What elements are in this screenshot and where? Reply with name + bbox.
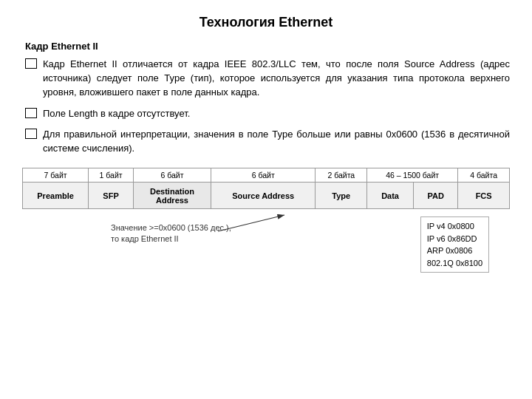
annotation-right-line3: ARP 0x0806 [427, 245, 482, 257]
bullet-icon-3 [25, 129, 37, 139]
section-heading: Кадр Ethernet II [22, 41, 510, 52]
col-header-sfp: 1 байт [89, 168, 134, 183]
bullet-icon-1 [25, 58, 37, 69]
cell-sfp: SFP [89, 183, 134, 209]
cell-source-address: Source Address [211, 183, 316, 209]
col-header-preamble: 7 байт [23, 168, 89, 183]
annotation-right-line4: 802.1Q 0x8100 [427, 257, 482, 270]
bullet-text-1: Кадр Ethernet II отличается от кадра IEE… [43, 58, 510, 100]
annotation-right-line2: IP v6 0x86DD [427, 233, 482, 245]
frame-table-container: 7 байт 1 байт 6 байт 6 байт 2 байта 46 –… [22, 168, 510, 276]
cell-data: Data [367, 183, 414, 209]
bullet-icon-2 [25, 108, 37, 118]
bullet-item-1: Кадр Ethernet II отличается от кадра IEE… [22, 58, 510, 100]
annotation-right-line1: IP v4 0x0800 [427, 220, 482, 233]
annotation-area: Значение >=0x0600 (1536 дес.), то кадр E… [22, 209, 510, 276]
cell-fcs: FCS [458, 183, 510, 209]
col-header-fcs: 4 байта [458, 168, 510, 183]
annotation-right: IP v4 0x0800 IP v6 0x86DD ARP 0x0806 802… [420, 216, 489, 273]
annotation-left: Значение >=0x0600 (1536 дес.), то кадр E… [111, 222, 231, 245]
col-header-data: 46 – 1500 байт [367, 168, 458, 183]
bullet-text-3: Для правильной интерпретации, значения в… [43, 128, 510, 156]
col-header-dest: 6 байт [134, 168, 211, 183]
cell-preamble: Preamble [23, 183, 89, 209]
col-header-src: 6 байт [211, 168, 316, 183]
cell-type: Type [316, 183, 367, 209]
bullet-text-2: Поле Length в кадре отсутствует. [43, 107, 510, 121]
page-title: Технология Ethernet [22, 15, 510, 30]
cell-destination-address: DestinationAddress [134, 183, 211, 209]
cell-pad: PAD [414, 183, 458, 209]
bullet-item-2: Поле Length в кадре отсутствует. [22, 107, 510, 121]
col-header-type: 2 байта [316, 168, 367, 183]
bullet-item-3: Для правильной интерпретации, значения в… [22, 128, 510, 156]
ethernet-frame-table: 7 байт 1 байт 6 байт 6 байт 2 байта 46 –… [22, 168, 510, 209]
